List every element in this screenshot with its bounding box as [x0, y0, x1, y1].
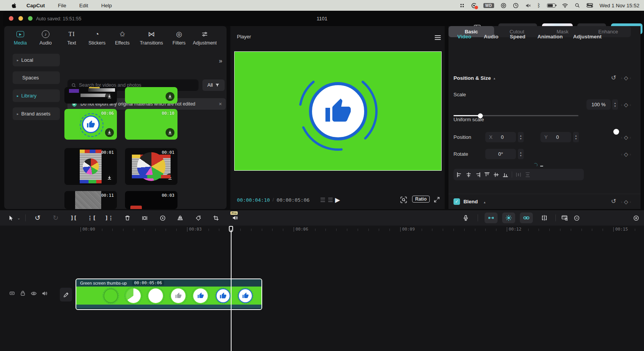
spotlight-icon[interactable]	[575, 3, 580, 8]
apple-menu-icon[interactable]	[12, 3, 16, 8]
reset-blend-button[interactable]: ↺	[611, 198, 616, 205]
rotate-field[interactable]: 0°	[485, 149, 516, 159]
frames-view-icon[interactable]	[320, 198, 325, 202]
more-tabs-chevron[interactable]: »	[219, 58, 222, 64]
blend-keyframe[interactable]: ‹◇›	[621, 199, 631, 205]
tab-text[interactable]: TI Text	[59, 29, 84, 46]
cover-edit-button[interactable]	[60, 288, 72, 302]
tab-animation[interactable]: Animation	[537, 34, 563, 40]
battery-icon[interactable]	[547, 3, 555, 8]
sidebar-item-library[interactable]: ▸ Library	[13, 89, 60, 102]
media-item[interactable]: 00:06	[64, 109, 117, 140]
tab-adjustment[interactable]: Adjustment	[193, 29, 217, 46]
lock-track-icon[interactable]	[20, 290, 26, 296]
redo-button[interactable]: ↻	[51, 210, 60, 226]
tab-transitions[interactable]: ⋈ Transitions	[137, 29, 166, 46]
position-x-field[interactable]: X0	[485, 132, 516, 142]
position-x-stepper[interactable]: ▲▼	[518, 132, 524, 142]
reset-position-size-button[interactable]: ↺	[611, 74, 616, 81]
position-y-stepper[interactable]: ▲▼	[573, 132, 579, 142]
time-machine-icon[interactable]	[513, 3, 519, 8]
notice-close-icon[interactable]: ×	[219, 101, 222, 107]
zoom-in-button[interactable]	[632, 210, 640, 226]
mute-icon[interactable]	[525, 3, 531, 8]
wd-drive-icon[interactable]: WD	[483, 3, 494, 8]
position-keyframe[interactable]: ‹◇›	[621, 134, 631, 140]
tab-filters[interactable]: ◎ Filters	[167, 29, 191, 46]
delete-button[interactable]	[123, 210, 132, 226]
delete-left-button[interactable]: ⋮[	[87, 210, 96, 226]
keyframe-control[interactable]: ‹◇›	[621, 75, 631, 81]
tab-speed[interactable]: Speed	[510, 34, 526, 40]
menu-edit[interactable]: Edit	[79, 3, 88, 8]
rotate-keyframe[interactable]: ‹◇›	[621, 151, 631, 157]
tab-media[interactable]: ▶ Media	[8, 29, 33, 46]
sidebar-item-spaces[interactable]: Spaces	[13, 71, 60, 84]
sidebar-item-brand-assets[interactable]: ▸ Brand assets	[13, 107, 60, 120]
preview-zoom-icon[interactable]	[400, 196, 407, 203]
speed-button[interactable]	[158, 210, 167, 226]
timeline-clip[interactable]: Green screen thumbs-up 00:00:05:06	[76, 278, 262, 310]
rotate-button[interactable]	[194, 210, 203, 226]
record-voiceover-button[interactable]	[461, 210, 470, 226]
position-size-header[interactable]: Position & Size ▴	[453, 75, 495, 81]
crop-button[interactable]	[211, 210, 220, 226]
tab-stickers[interactable]: ◔ Stickers	[85, 29, 109, 46]
link-clips-button[interactable]	[520, 213, 533, 223]
menubar-clock[interactable]: Wed 1 Nov 15:52	[600, 3, 639, 8]
bluetooth-icon[interactable]: ᛒ	[537, 2, 540, 8]
ruler-ticks[interactable]	[80, 229, 644, 231]
tab-adjustment2[interactable]: Adjustment	[573, 34, 601, 40]
position-y-field[interactable]: Y0	[540, 132, 571, 142]
align-left-button[interactable]	[457, 172, 462, 178]
menu-help[interactable]: Help	[101, 3, 112, 8]
undo-button[interactable]: ↺	[33, 210, 42, 226]
menubar-app-name[interactable]: CapCut	[26, 3, 45, 8]
blend-checkbox[interactable]: ✓	[453, 198, 460, 205]
tab-effects[interactable]: ✩ Effects	[110, 29, 135, 46]
video-translate-pro-button[interactable]: Pro	[230, 210, 240, 226]
play-button[interactable]: ▶	[335, 196, 340, 204]
main-track-magnet-button[interactable]	[485, 213, 498, 223]
player-menu-icon[interactable]	[435, 35, 441, 41]
tab-audio[interactable]: ♪ Audio	[33, 29, 58, 46]
blend-title[interactable]: Blend	[463, 199, 478, 204]
preview-axis-button[interactable]	[540, 210, 549, 226]
media-item[interactable]: 00:01	[125, 148, 177, 185]
distribute-horizontal-button[interactable]	[516, 172, 521, 178]
media-item[interactable]	[125, 87, 177, 104]
mirror-button[interactable]	[176, 210, 185, 226]
download-button[interactable]	[105, 92, 114, 101]
select-tool-caret[interactable]: ⌄	[16, 210, 21, 226]
align-top-button[interactable]	[484, 172, 490, 178]
scale-stepper[interactable]: ▲▼	[612, 99, 618, 110]
menu-file[interactable]: File	[58, 3, 66, 8]
freeze-frame-button[interactable]	[140, 210, 149, 226]
download-button[interactable]	[166, 128, 174, 137]
scale-slider[interactable]	[453, 115, 578, 116]
hotspot-icon[interactable]	[501, 3, 506, 8]
download-button[interactable]	[166, 92, 174, 101]
media-item[interactable]	[64, 87, 117, 104]
select-tool-button[interactable]	[7, 210, 15, 226]
rotate-stepper[interactable]: ▲▼	[518, 149, 524, 159]
sidebar-item-local[interactable]: ▸ Local	[13, 54, 60, 66]
auto-snap-button[interactable]	[502, 213, 515, 223]
app-dots-icon[interactable]	[460, 3, 465, 8]
render-preview-button[interactable]	[560, 210, 570, 226]
tab-audio2[interactable]: Audio	[484, 34, 498, 40]
zoom-out-button[interactable]	[572, 210, 581, 226]
media-item[interactable]: 00:10	[125, 109, 177, 140]
tab-video[interactable]: Video	[457, 34, 472, 40]
download-button[interactable]	[105, 173, 114, 182]
control-center-icon[interactable]	[586, 3, 593, 8]
align-right-button[interactable]	[475, 172, 481, 178]
media-item[interactable]: 00:11	[64, 191, 117, 209]
track-height-icon[interactable]	[9, 290, 15, 296]
hide-track-icon[interactable]	[31, 290, 37, 297]
fullscreen-icon[interactable]	[434, 197, 440, 203]
media-item[interactable]: 00:03	[125, 191, 177, 209]
playhead[interactable]	[228, 226, 233, 351]
media-filter-button[interactable]: All	[202, 79, 225, 91]
align-bottom-button[interactable]	[503, 172, 508, 178]
